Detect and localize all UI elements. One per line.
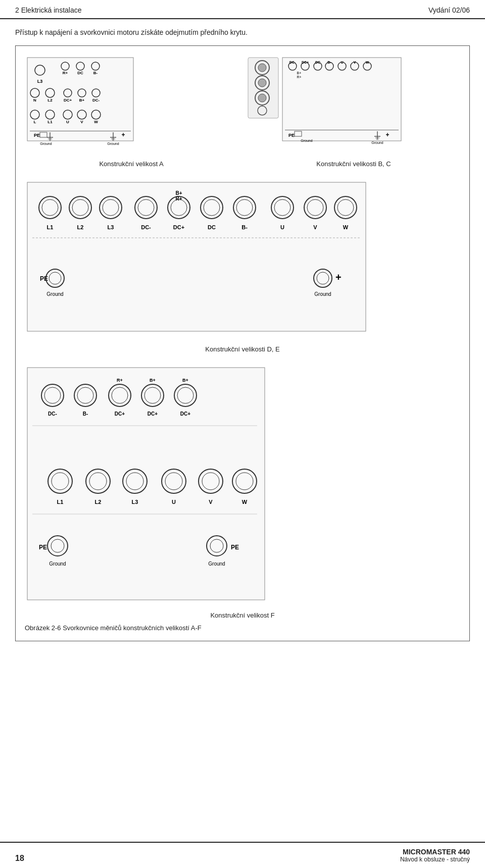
svg-text:Ground: Ground — [46, 291, 63, 297]
footer-brand-block: MICROMASTER 440 Návod k obsluze - stručn… — [400, 848, 470, 863]
svg-text:Ground: Ground — [49, 561, 66, 567]
svg-text:DC+: DC+ — [115, 411, 125, 417]
svg-text:PE: PE — [288, 133, 295, 138]
header-right: Vydání 02/06 — [428, 6, 470, 14]
diagram-size-f-wrapper: DC- B- R+ DC+ B+ DC+ B+ — [25, 365, 460, 619]
svg-text:R+: R+ — [297, 75, 301, 79]
svg-text:W: W — [242, 499, 248, 505]
svg-text:L2: L2 — [95, 499, 102, 505]
svg-text:DC-: DC- — [92, 98, 100, 103]
svg-point-45 — [258, 64, 266, 72]
svg-text:DC: DC — [315, 61, 320, 64]
svg-text:DC+: DC+ — [173, 224, 184, 230]
diagram-size-a: L3 R+ DC B- N L2 DC+ B+ — [25, 55, 238, 168]
footer-brand: MICROMASTER 440 — [400, 848, 470, 856]
svg-text:L1: L1 — [47, 224, 54, 230]
svg-text:B+: B+ — [150, 378, 156, 383]
size-de-label: Konstrukční velikosti D, E — [25, 345, 460, 353]
svg-text:B-: B- — [327, 61, 331, 64]
svg-text:PE: PE — [231, 544, 239, 551]
diagram-size-bc: DC- DC+ B+ R+ DC B- U V W — [247, 55, 460, 168]
svg-text:L1: L1 — [47, 120, 53, 124]
svg-text:PE: PE — [34, 133, 40, 138]
svg-text:B+: B+ — [182, 378, 188, 383]
svg-text:DC+: DC+ — [64, 98, 72, 103]
svg-text:+: + — [335, 272, 342, 283]
svg-text:L: L — [34, 120, 36, 124]
top-diagrams-row: L3 R+ DC B- N L2 DC+ B+ — [25, 55, 460, 168]
svg-text:W: W — [94, 120, 98, 124]
svg-text:V: V — [354, 61, 356, 64]
svg-text:V: V — [209, 499, 213, 505]
svg-text:Ground: Ground — [40, 142, 52, 145]
svg-text:L2: L2 — [77, 224, 84, 230]
diagram-size-de-wrapper: L1 L2 L3 DC- B+ R+ — [25, 180, 460, 353]
svg-text:U: U — [66, 120, 69, 124]
size-bc-svg: DC- DC+ B+ R+ DC B- U V W — [247, 55, 404, 156]
figure-caption: Obrázek 2-6 Svorkovnice měničů konstrukč… — [25, 624, 460, 632]
size-bc-label: Konstrukční velikosti B, C — [247, 160, 460, 168]
svg-rect-68 — [285, 130, 399, 130]
size-f-label: Konstrukční velikost F — [25, 611, 460, 619]
svg-text:DC+: DC+ — [180, 411, 190, 417]
main-content: Přístup k napájení a svorkovnici motoru … — [0, 28, 485, 641]
size-a-label: Konstrukční velikost A — [25, 160, 238, 168]
svg-rect-78 — [27, 182, 366, 331]
svg-text:R+: R+ — [175, 196, 182, 201]
svg-text:+: + — [385, 131, 389, 138]
size-f-svg: DC- B- R+ DC+ B+ DC+ B+ — [25, 365, 267, 607]
svg-text:DC+: DC+ — [148, 411, 158, 417]
svg-text:B+: B+ — [175, 190, 182, 196]
svg-text:B+: B+ — [297, 71, 302, 75]
diagram-outer-box: L3 R+ DC B- N L2 DC+ B+ — [15, 45, 470, 641]
svg-text:B-: B- — [83, 411, 88, 417]
size-a-svg: L3 R+ DC B- N L2 DC+ B+ — [25, 55, 136, 156]
svg-text:DC: DC — [77, 71, 83, 75]
header-left: 2 Elektrická instalace — [15, 6, 82, 14]
svg-text:DC-: DC- — [48, 411, 57, 417]
svg-text:Ground: Ground — [301, 139, 312, 142]
svg-point-49 — [258, 94, 266, 102]
svg-text:Ground: Ground — [314, 291, 331, 297]
svg-text:V: V — [80, 120, 83, 124]
page-footer: 18 MICROMASTER 440 Návod k obsluze - str… — [0, 842, 485, 868]
svg-text:W: W — [366, 61, 369, 64]
svg-text:R+: R+ — [117, 378, 123, 383]
size-de-svg: L1 L2 L3 DC- B+ R+ — [25, 180, 368, 341]
svg-text:+: + — [121, 131, 125, 138]
svg-text:PE: PE — [39, 544, 47, 551]
svg-text:DC+: DC+ — [302, 61, 309, 64]
svg-text:Ground: Ground — [107, 142, 119, 145]
svg-text:L1: L1 — [57, 499, 64, 505]
svg-text:L3: L3 — [132, 499, 138, 505]
svg-text:L2: L2 — [47, 98, 53, 103]
svg-text:B-: B- — [241, 224, 248, 230]
svg-text:U: U — [341, 61, 343, 64]
svg-text:L3: L3 — [108, 224, 114, 230]
svg-text:V: V — [313, 224, 317, 230]
svg-text:R+: R+ — [63, 71, 68, 75]
svg-text:L3: L3 — [37, 79, 43, 84]
footer-page-number: 18 — [15, 854, 24, 863]
svg-text:DC-: DC- — [141, 224, 151, 230]
svg-point-47 — [258, 79, 266, 87]
svg-text:DC-: DC- — [289, 61, 296, 64]
svg-rect-29 — [30, 131, 131, 131]
svg-text:U: U — [172, 499, 176, 505]
svg-text:Ground: Ground — [371, 141, 383, 144]
svg-text:DC: DC — [208, 224, 216, 230]
svg-text:W: W — [343, 224, 349, 230]
svg-text:U: U — [280, 224, 284, 230]
page-header: 2 Elektrická instalace Vydání 02/06 — [0, 0, 485, 19]
svg-text:B-: B- — [93, 71, 98, 75]
svg-text:N: N — [33, 98, 36, 103]
footer-subtitle: Návod k obsluze - stručný — [400, 856, 470, 863]
intro-text: Přístup k napájení a svorkovnici motoru … — [15, 28, 470, 36]
svg-text:B+: B+ — [79, 98, 85, 103]
svg-text:Ground: Ground — [208, 561, 225, 567]
